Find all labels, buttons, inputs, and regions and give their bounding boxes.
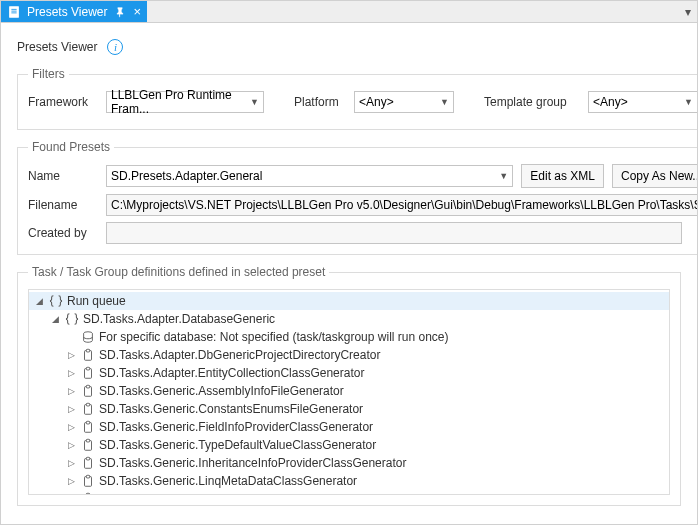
createdby-label: Created by: [28, 226, 98, 240]
expand-icon[interactable]: ▷: [65, 350, 77, 360]
tree-task-item[interactable]: ▷SD.Tasks.Generic.InheritanceInfoProvide…: [29, 454, 669, 472]
document-icon: [7, 5, 21, 19]
tree-task-label: SD.Tasks.Generic.AssemblyInfoFileGenerat…: [99, 384, 344, 398]
tree-note-label: For specific database: Not specified (ta…: [99, 330, 449, 344]
close-icon[interactable]: ×: [133, 4, 141, 19]
expand-icon[interactable]: ▷: [65, 422, 77, 432]
tree-task-label: SD.Tasks.Generic.ConstantsEnumsFileGener…: [99, 402, 363, 416]
chevron-down-icon: ▼: [440, 97, 449, 107]
collapse-icon[interactable]: ◢: [33, 296, 45, 306]
clipboard-icon: [80, 347, 96, 363]
expand-icon[interactable]: ▷: [65, 494, 77, 495]
filters-legend: Filters: [28, 67, 69, 81]
tab-label: Presets Viewer: [27, 5, 107, 19]
tree-group[interactable]: ◢ SD.Tasks.Adapter.DatabaseGeneric: [29, 310, 669, 328]
tree-root-label: Run queue: [67, 294, 126, 308]
chevron-down-icon: ▼: [499, 171, 508, 181]
database-icon: [80, 329, 96, 345]
tasks-legend: Task / Task Group definitions defined in…: [28, 265, 329, 279]
tree-task-label: SD.Tasks.Generic.QuerySpecFactoryClassGe…: [99, 492, 382, 495]
copy-as-new-button[interactable]: Copy As New...: [612, 164, 698, 188]
braces-icon: [64, 311, 80, 327]
platform-label: Platform: [294, 95, 346, 109]
info-icon[interactable]: i: [107, 39, 123, 55]
tree-task-label: SD.Tasks.Generic.LinqMetaDataClassGenera…: [99, 474, 357, 488]
name-combo[interactable]: SD.Presets.Adapter.General ▼: [106, 165, 513, 187]
chevron-down-icon: ▼: [250, 97, 259, 107]
tree-task-item[interactable]: ▷SD.Tasks.Adapter.EntityCollectionClassG…: [29, 364, 669, 382]
tree-task-item[interactable]: ▷SD.Tasks.Generic.QuerySpecFactoryClassG…: [29, 490, 669, 495]
name-label: Name: [28, 169, 98, 183]
framework-value: LLBLGen Pro Runtime Fram...: [111, 88, 246, 116]
found-presets-legend: Found Presets: [28, 140, 114, 154]
collapse-icon[interactable]: ◢: [49, 314, 61, 324]
clipboard-icon: [80, 401, 96, 417]
clipboard-icon: [80, 419, 96, 435]
tab-overflow-icon[interactable]: ▾: [685, 1, 697, 22]
task-tree[interactable]: ◢ Run queue ◢ SD.Tasks.Adapter.DatabaseG…: [28, 289, 670, 495]
platform-value: <Any>: [359, 95, 394, 109]
tree-task-item[interactable]: ▷SD.Tasks.Generic.ConstantsEnumsFileGene…: [29, 400, 669, 418]
tree-task-label: SD.Tasks.Generic.InheritanceInfoProvider…: [99, 456, 406, 470]
filters-group: Filters Framework LLBLGen Pro Runtime Fr…: [17, 67, 698, 130]
expand-icon[interactable]: ▷: [65, 386, 77, 396]
clipboard-icon: [80, 365, 96, 381]
template-group-value: <Any>: [593, 95, 628, 109]
clipboard-icon: [80, 491, 96, 495]
clipboard-icon: [80, 455, 96, 471]
tree-group-label: SD.Tasks.Adapter.DatabaseGeneric: [83, 312, 275, 326]
expand-icon[interactable]: ▷: [65, 440, 77, 450]
template-group-label: Template group: [484, 95, 580, 109]
found-presets-group: Found Presets Name SD.Presets.Adapter.Ge…: [17, 140, 698, 255]
pin-icon[interactable]: [113, 5, 127, 19]
framework-combo[interactable]: LLBLGen Pro Runtime Fram... ▼: [106, 91, 264, 113]
clipboard-icon: [80, 437, 96, 453]
page-title: Presets Viewer i: [17, 39, 681, 55]
template-group-combo[interactable]: <Any> ▼: [588, 91, 698, 113]
tree-root[interactable]: ◢ Run queue: [29, 292, 669, 310]
chevron-down-icon: ▼: [684, 97, 693, 107]
tab-bar: Presets Viewer × ▾: [1, 1, 697, 23]
clipboard-icon: [80, 473, 96, 489]
tree-task-label: SD.Tasks.Generic.FieldInfoProviderClassG…: [99, 420, 373, 434]
tab-presets-viewer[interactable]: Presets Viewer ×: [1, 1, 147, 22]
tree-task-label: SD.Tasks.Generic.TypeDefaultValueClassGe…: [99, 438, 376, 452]
tree-task-label: SD.Tasks.Adapter.DbGenericProjectDirecto…: [99, 348, 380, 362]
filename-label: Filename: [28, 198, 98, 212]
expand-icon[interactable]: ▷: [65, 368, 77, 378]
tree-task-item[interactable]: ▷SD.Tasks.Generic.LinqMetaDataClassGener…: [29, 472, 669, 490]
tree-task-label: SD.Tasks.Adapter.EntityCollectionClassGe…: [99, 366, 364, 380]
edit-as-xml-button[interactable]: Edit as XML: [521, 164, 604, 188]
clipboard-icon: [80, 383, 96, 399]
tree-task-item[interactable]: ▷SD.Tasks.Adapter.DbGenericProjectDirect…: [29, 346, 669, 364]
tree-task-item[interactable]: ▷SD.Tasks.Generic.TypeDefaultValueClassG…: [29, 436, 669, 454]
platform-combo[interactable]: <Any> ▼: [354, 91, 454, 113]
expand-icon[interactable]: ▷: [65, 404, 77, 414]
filename-field: C:\Myprojects\VS.NET Projects\LLBLGen Pr…: [106, 194, 698, 216]
name-value: SD.Presets.Adapter.General: [111, 169, 262, 183]
tree-task-item[interactable]: ▷SD.Tasks.Generic.AssemblyInfoFileGenera…: [29, 382, 669, 400]
expand-icon[interactable]: ▷: [65, 458, 77, 468]
framework-label: Framework: [28, 95, 98, 109]
tree-task-item[interactable]: ▷SD.Tasks.Generic.FieldInfoProviderClass…: [29, 418, 669, 436]
createdby-field: [106, 222, 682, 244]
expand-icon[interactable]: ▷: [65, 476, 77, 486]
tree-note[interactable]: For specific database: Not specified (ta…: [29, 328, 669, 346]
tasks-group: Task / Task Group definitions defined in…: [17, 265, 681, 506]
braces-icon: [48, 293, 64, 309]
